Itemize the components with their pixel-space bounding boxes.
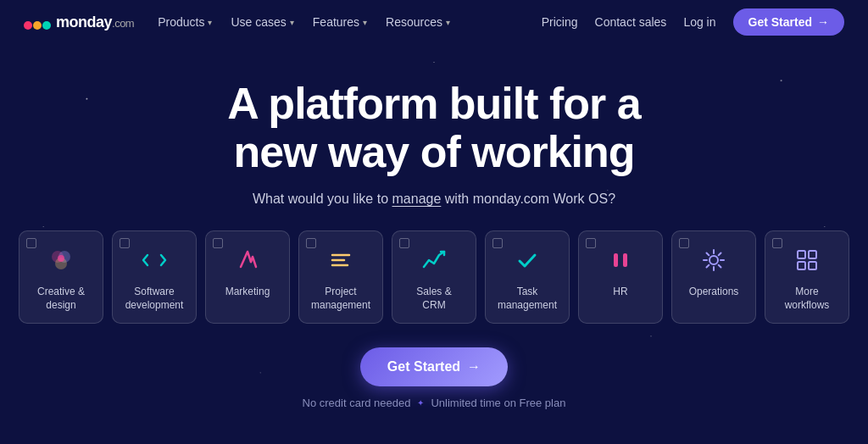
card-operations-label: Operations	[689, 286, 739, 299]
sales-crm-icon	[417, 243, 451, 277]
nav-right: Pricing Contact sales Log in Get Started…	[542, 8, 844, 36]
svg-rect-22	[809, 251, 816, 258]
chevron-icon: ▾	[363, 18, 367, 27]
nav-resources[interactable]: Resources ▾	[386, 15, 450, 29]
main-get-started-button[interactable]: Get Started →	[360, 347, 508, 386]
svg-line-17	[707, 253, 709, 256]
card-checkbox	[306, 238, 316, 248]
nav-contact-sales[interactable]: Contact sales	[595, 15, 667, 29]
card-checkbox	[120, 238, 130, 248]
card-software[interactable]: Softwaredevelopment	[112, 230, 197, 323]
card-hr-label: HR	[613, 286, 627, 299]
more-workflows-icon	[790, 243, 824, 277]
card-checkbox	[772, 238, 782, 248]
chevron-icon: ▾	[208, 18, 212, 27]
svg-rect-10	[614, 253, 618, 267]
card-checkbox	[399, 238, 409, 248]
hr-icon	[604, 243, 637, 277]
svg-rect-23	[798, 262, 805, 269]
card-task[interactable]: Taskmanagement	[485, 230, 570, 323]
hero-title: A platform built for a new way of workin…	[227, 80, 640, 176]
nav-login[interactable]: Log in	[683, 15, 715, 29]
svg-point-2	[42, 21, 51, 30]
svg-point-1	[33, 21, 42, 30]
creative-design-icon	[44, 243, 78, 277]
nav-use-cases[interactable]: Use cases ▾	[231, 15, 293, 29]
logo-wordmark: monday.com	[56, 14, 134, 31]
card-sales[interactable]: Sales &CRM	[392, 230, 476, 323]
chevron-icon: ▾	[290, 18, 294, 27]
card-creative-label: Creative &design	[37, 286, 85, 312]
card-marketing-label: Marketing	[225, 286, 270, 299]
svg-point-0	[24, 21, 32, 30]
project-management-icon	[324, 243, 358, 277]
nav-products[interactable]: Products ▾	[158, 15, 212, 29]
svg-rect-11	[623, 253, 627, 267]
card-hr[interactable]: HR	[578, 230, 663, 323]
hero-section: A platform built for a new way of workin…	[0, 44, 868, 409]
card-more-label: Moreworkflows	[785, 286, 830, 312]
nav-features[interactable]: Features ▾	[313, 15, 367, 29]
card-project[interactable]: Projectmanagement	[298, 230, 383, 323]
card-more[interactable]: Moreworkflows	[765, 230, 849, 323]
nav-pricing[interactable]: Pricing	[542, 15, 578, 29]
svg-line-20	[707, 265, 709, 268]
logo[interactable]: monday.com	[24, 14, 134, 31]
svg-line-19	[719, 253, 721, 256]
card-creative[interactable]: Creative &design	[19, 230, 103, 323]
nav-left: monday.com Products ▾ Use cases ▾ Featur…	[24, 14, 450, 31]
nav-get-started-button[interactable]: Get Started →	[733, 8, 844, 36]
card-marketing[interactable]: Marketing	[205, 230, 290, 323]
card-software-label: Softwaredevelopment	[125, 286, 184, 312]
card-operations[interactable]: Operations	[671, 230, 756, 323]
workflow-cards-row: Creative &design Softwaredevelopment Mar…	[19, 230, 849, 323]
card-project-label: Projectmanagement	[311, 286, 370, 312]
cta-section: Get Started → No credit card needed ✦ Un…	[303, 347, 566, 409]
hero-subtitle: What would you like to manage with monda…	[253, 191, 615, 207]
card-checkbox	[679, 238, 689, 248]
logo-icon	[24, 14, 51, 31]
card-checkbox	[26, 238, 36, 248]
marketing-icon	[231, 243, 264, 277]
svg-rect-24	[809, 262, 816, 269]
cta-footnote: No credit card needed ✦ Unlimited time o…	[303, 397, 566, 409]
operations-icon	[697, 243, 731, 277]
svg-rect-21	[798, 251, 805, 258]
svg-point-6	[58, 255, 64, 262]
diamond-icon: ✦	[417, 398, 424, 408]
task-management-icon	[510, 243, 544, 277]
svg-point-12	[709, 256, 718, 264]
nav-links: Products ▾ Use cases ▾ Features ▾ Resour…	[158, 15, 450, 29]
card-checkbox	[213, 238, 223, 248]
navbar: monday.com Products ▾ Use cases ▾ Featur…	[0, 0, 868, 44]
software-development-icon	[137, 243, 171, 277]
card-checkbox	[586, 238, 596, 248]
card-task-label: Taskmanagement	[498, 286, 557, 312]
card-checkbox	[492, 238, 503, 248]
svg-line-18	[719, 265, 721, 268]
card-sales-label: Sales &CRM	[416, 286, 451, 312]
chevron-icon: ▾	[446, 18, 450, 27]
